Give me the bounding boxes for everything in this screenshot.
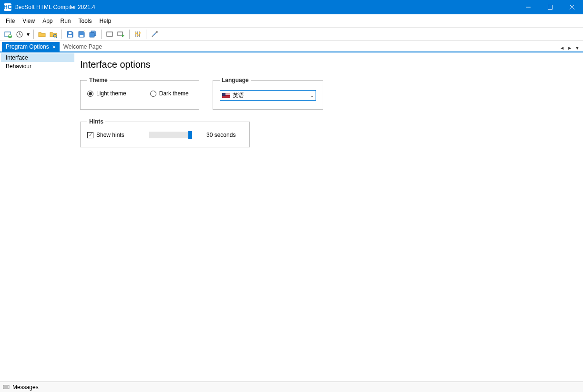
theme-legend: Theme [87,77,110,83]
maximize-button[interactable] [539,0,561,14]
language-combobox[interactable]: 英语 ⌄ [220,90,316,101]
build-icon[interactable] [104,29,115,40]
save-all-icon[interactable] [88,29,98,40]
hints-legend: Hints [87,118,105,125]
svg-rect-11 [69,32,72,34]
svg-rect-12 [80,35,83,37]
options-main: Interface options Theme Light theme Dark… [75,52,583,382]
settings-icon[interactable] [133,29,143,40]
menubar: File View App Run Tools Help [0,14,583,28]
build-run-icon[interactable] [116,29,126,40]
statusbar-messages[interactable]: Messages [12,384,39,391]
statusbar: Messages [0,382,583,392]
toolbar-separator [129,30,130,39]
menu-run[interactable]: Run [57,16,75,26]
chevron-down-icon: ⌄ [310,93,314,98]
tab-next-icon[interactable]: ► [566,44,573,52]
tools-icon[interactable] [149,29,160,40]
checkbox-icon [87,132,93,138]
toolbar-separator [146,30,146,39]
svg-point-22 [156,31,158,33]
tab-close-icon[interactable]: ✕ [52,44,56,50]
window-title: DecSoft HTML Compiler 2021.4 [14,4,517,10]
language-group: Language 英语 ⌄ [213,77,323,110]
tab-prev-icon[interactable]: ◄ [558,44,566,52]
recent-icon[interactable] [14,29,25,40]
svg-text:✎: ✎ [83,31,85,35]
sidebar-item-behaviour[interactable]: Behaviour [1,62,74,71]
tab-label: Welcome Page [63,43,102,50]
svg-rect-10 [68,35,72,37]
slider-thumb[interactable] [188,131,192,139]
minimize-button[interactable] [517,0,539,14]
toolbar-separator [101,30,102,39]
tab-row: Program Options ✕ Welcome Page ◄ ► ▼ [0,41,583,52]
options-sidebar: Interface Behaviour [0,52,75,382]
close-button[interactable] [561,0,583,14]
radio-dot-icon [87,91,93,97]
svg-point-21 [139,32,141,34]
save-icon[interactable] [65,29,75,40]
open-search-icon[interactable] [48,29,59,40]
radio-dark-theme[interactable]: Dark theme [150,90,189,97]
menu-file[interactable]: File [2,16,19,26]
checkbox-show-hints[interactable]: Show hints [87,132,140,138]
messages-icon[interactable] [3,384,10,391]
new-project-icon[interactable]: + [3,29,13,40]
tab-welcome-page[interactable]: Welcome Page [60,42,106,52]
menu-tools[interactable]: Tools [75,16,96,26]
page-title: Interface options [80,59,578,70]
window-titlebar: HC DecSoft HTML Compiler 2021.4 [0,0,583,14]
theme-group: Theme Light theme Dark theme [80,77,199,110]
hints-duration-slider[interactable] [149,132,192,138]
sidebar-item-interface[interactable]: Interface [1,53,74,62]
save-as-icon[interactable]: ✎ [76,29,87,40]
radio-light-theme[interactable]: Light theme [87,90,126,97]
svg-point-19 [135,32,137,34]
checkbox-label: Show hints [96,132,124,138]
recent-dropdown-icon[interactable]: ▾ [26,29,31,40]
radio-label: Dark theme [159,90,189,97]
open-folder-icon[interactable] [37,29,47,40]
svg-rect-15 [118,32,123,36]
menu-help[interactable]: Help [96,16,115,26]
svg-rect-1 [548,5,552,10]
flag-us-icon [222,93,230,98]
hints-group: Hints Show hints 30 seconds [80,118,250,147]
app-icon: HC [4,3,11,11]
tab-program-options[interactable]: Program Options ✕ [2,42,60,52]
toolbar-separator [33,30,34,39]
menu-view[interactable]: View [19,16,39,26]
tab-label: Program Options [6,43,49,50]
menu-app[interactable]: App [39,16,56,26]
svg-text:+: + [8,32,11,38]
toolbar-separator [61,30,62,39]
svg-rect-14 [107,32,113,36]
window-controls [517,0,583,14]
hints-duration-label: 30 seconds [206,132,235,138]
toolbar: + ▾ ✎ [0,28,583,41]
language-selected: 英语 [233,92,307,100]
svg-point-20 [137,34,139,36]
app-icon-text: HC [3,4,11,10]
content-area: Interface Behaviour Interface options Th… [0,52,583,382]
radio-dot-icon [150,91,156,97]
radio-label: Light theme [96,90,126,97]
tab-menu-icon[interactable]: ▼ [573,44,581,52]
language-legend: Language [220,77,251,83]
